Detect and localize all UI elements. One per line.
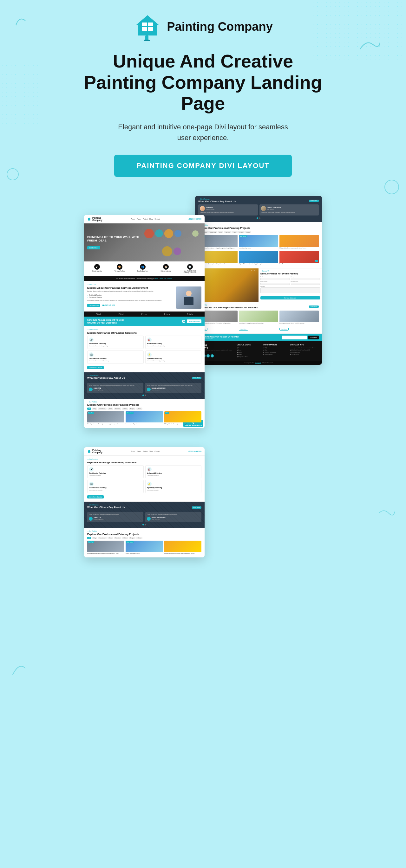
mock-about: — About Us Explore About Our Painting Se…	[84, 281, 205, 312]
mock-nav-links: AboutPagesProjectShopContact	[131, 218, 160, 220]
mock-projects-bottom: — Our Portfolio Explore Our Professional…	[84, 528, 205, 557]
logo-text: Painting Company	[167, 20, 273, 34]
mock-appt-bar: Schedule An Appointment To MeetOr Email …	[84, 317, 205, 326]
bottom-screenshots: PaintingCompany AboutPagesProjectShopCon…	[0, 438, 406, 577]
mock-projects-left: — Our Portfolio Explore Our Professional…	[84, 399, 205, 428]
mock-footer: PaintingCompany Lorem ipsum dolor sit am…	[195, 341, 322, 361]
svg-marker-13	[88, 217, 91, 221]
mock-services: — Our Services Explore Our Range Of Pain…	[84, 326, 205, 372]
mock-testimonials-bottom: — Client Reviews What Our Clients Say Ab…	[84, 502, 205, 528]
mock-logo: PaintingCompany	[87, 217, 103, 221]
header-section: Painting Company Unique And CreativePain…	[0, 0, 406, 186]
mock-projects-right: — Our Portfolio Explore Our Professional…	[195, 222, 322, 269]
screenshot-left: PaintingCompany AboutPagesProjectShopCon…	[84, 215, 205, 428]
svg-text:☎: ☎	[183, 320, 185, 322]
svg-rect-6	[142, 27, 147, 31]
logo-icon	[133, 13, 162, 41]
mock-testimonials-right-header: — Client Reviews What Our Clients Say Ab…	[195, 196, 322, 221]
mock-hero: BRINGING LIFE TO YOUR WALL WITH FRESH ID…	[84, 223, 205, 261]
svg-rect-11	[147, 40, 148, 41]
mock-about-image: 0Year Of Experience	[176, 286, 201, 309]
mock-logos-bar: Pitch Pitch Pitch Pitch Pitch	[84, 312, 205, 317]
svg-rect-5	[148, 23, 153, 26]
mock-services-bottom: — Our Services Explore Our Range Of Pain…	[84, 456, 205, 502]
screenshot-bottom-left: PaintingCompany AboutPagesProjectShopCon…	[84, 447, 205, 557]
mock-phone: (012) 345 6789	[188, 218, 201, 220]
mock-nav-left: PaintingCompany AboutPagesProjectShopCon…	[84, 215, 205, 223]
screenshots-section: PaintingCompany AboutPagesProjectShopCon…	[0, 186, 406, 428]
svg-rect-10	[144, 40, 146, 41]
mock-icons-row: 🖌 Interior painting 🎨 Variety of colors …	[84, 261, 205, 276]
mock-newsletter: JOIN OUR NEWSLETTER TO KEEP UP TO DATE! …	[195, 334, 322, 341]
svg-rect-12	[148, 40, 150, 41]
mock-hero-text: BRINGING LIFE TO YOUR WALL WITH FRESH ID…	[87, 236, 142, 250]
svg-rect-4	[142, 23, 147, 26]
logo-container: Painting Company	[133, 13, 273, 41]
subtitle: Elegant and intuitive one-page Divi layo…	[117, 122, 289, 143]
svg-rect-7	[148, 27, 153, 31]
cta-button[interactable]: PAINTING COMPANY DIVI LAYOUT	[114, 155, 291, 177]
mock-testimonials-left: — Client Reviews What Our Clients Say Ab…	[84, 372, 205, 399]
svg-marker-16	[88, 450, 91, 453]
mock-contact: Fabolous — Contact Us Need Any Helps For…	[195, 269, 322, 302]
main-title: Unique And CreativePainting Company Land…	[79, 51, 327, 114]
mock-stories: — Latest Blog The Stories Of Challenges …	[195, 302, 322, 334]
screenshot-right: — Client Reviews What Our Clients Say Ab…	[195, 196, 322, 365]
